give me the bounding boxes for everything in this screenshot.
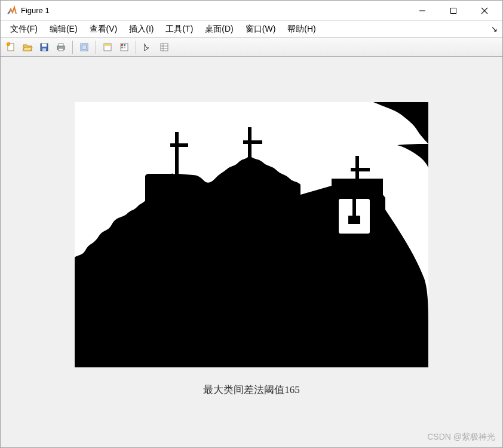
svg-rect-27	[352, 199, 356, 217]
svg-rect-13	[82, 45, 87, 50]
svg-point-5	[7, 42, 10, 45]
svg-rect-28	[348, 216, 360, 224]
svg-rect-1	[451, 8, 456, 13]
svg-rect-17	[121, 44, 123, 46]
svg-rect-20	[124, 47, 125, 48]
svg-rect-21	[161, 44, 168, 51]
svg-rect-15	[104, 44, 111, 46]
open-button[interactable]	[20, 39, 35, 55]
svg-rect-18	[124, 44, 125, 46]
axes-image[interactable]	[75, 102, 428, 367]
print-button[interactable]	[53, 39, 69, 55]
titlebar: Figure 1	[1, 1, 502, 21]
menu-help[interactable]: 帮助(H)	[281, 22, 321, 36]
menubar: 文件(F) 编辑(E) 查看(V) 插入(I) 工具(T) 桌面(D) 窗口(W…	[1, 21, 502, 38]
toolbar-separator	[96, 41, 96, 54]
menu-insert[interactable]: 插入(I)	[123, 22, 160, 36]
toolbar-chevron-icon[interactable]: ↘	[491, 24, 498, 33]
close-button[interactable]	[469, 1, 500, 20]
toolbar	[1, 38, 502, 57]
window-controls	[407, 1, 500, 20]
toolbar-separator	[136, 41, 136, 54]
figure-caption: 最大类间差法阈值165	[203, 383, 300, 397]
window-title: Figure 1	[21, 6, 50, 15]
save-button[interactable]	[36, 39, 52, 55]
figure-window: Figure 1 文件(F) 编辑(E) 查看(V) 插入(I) 工具(T) 桌…	[0, 0, 503, 448]
menu-window[interactable]: 窗口(W)	[240, 22, 282, 36]
menu-desktop[interactable]: 桌面(D)	[199, 22, 239, 36]
link-plot-button[interactable]	[76, 39, 92, 55]
menu-tools[interactable]: 工具(T)	[160, 22, 199, 36]
svg-rect-10	[59, 44, 63, 46]
new-figure-button[interactable]	[3, 39, 19, 55]
toolbar-separator	[72, 41, 73, 54]
svg-rect-19	[121, 47, 123, 48]
watermark-text: CSDN @紫极神光	[427, 432, 495, 443]
menu-file[interactable]: 文件(F)	[4, 22, 44, 36]
maximize-button[interactable]	[438, 1, 469, 20]
menu-edit[interactable]: 编辑(E)	[44, 22, 84, 36]
svg-rect-11	[59, 48, 63, 51]
svg-rect-8	[42, 48, 46, 51]
figure-canvas-area: 最大类间差法阈值165 CSDN @紫极神光	[1, 57, 502, 447]
insert-colorbar-button[interactable]	[116, 39, 132, 55]
data-cursor-button[interactable]	[100, 39, 115, 55]
matlab-app-icon	[7, 5, 17, 16]
svg-rect-7	[42, 44, 47, 47]
open-property-inspector-button[interactable]	[157, 39, 172, 55]
menu-view[interactable]: 查看(V)	[84, 22, 124, 36]
edit-plot-button[interactable]	[140, 39, 155, 55]
minimize-button[interactable]	[407, 1, 438, 20]
